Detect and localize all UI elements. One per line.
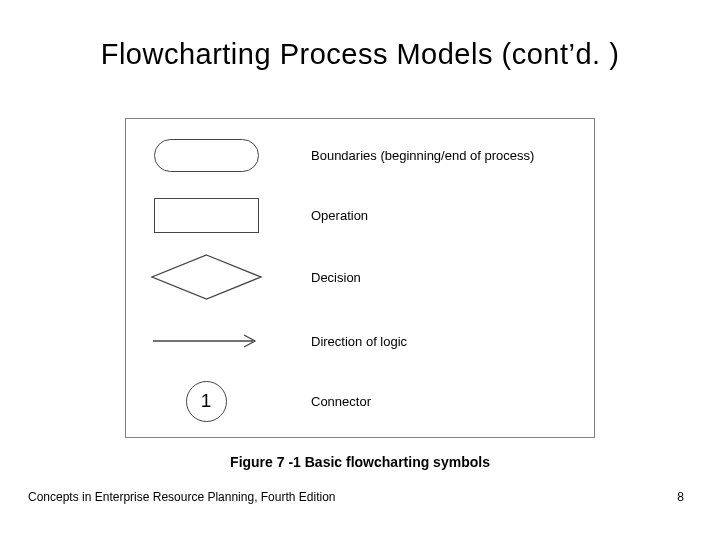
terminator-shape-icon <box>154 139 259 172</box>
shape-cell <box>126 125 286 185</box>
symbol-row-terminator: Boundaries (beginning/end of process) <box>126 125 594 185</box>
slide-title: Flowcharting Process Models (cont’d. ) <box>0 38 720 71</box>
operation-shape-icon <box>154 198 259 233</box>
svg-marker-0 <box>152 255 261 299</box>
terminator-label: Boundaries (beginning/end of process) <box>311 125 534 185</box>
decision-shape-icon <box>149 253 264 301</box>
symbol-row-decision: Decision <box>126 247 594 307</box>
shape-cell <box>126 311 286 371</box>
connector-shape-icon: 1 <box>186 381 227 422</box>
decision-label: Decision <box>311 247 361 307</box>
arrow-label: Direction of logic <box>311 311 407 371</box>
connector-label: Connector <box>311 371 371 431</box>
footer-source: Concepts in Enterprise Resource Planning… <box>28 490 336 504</box>
footer-page-number: 8 <box>677 490 684 504</box>
figure-box: Boundaries (beginning/end of process) Op… <box>125 118 595 438</box>
arrow-icon <box>149 331 264 351</box>
connector-text: 1 <box>201 390 212 412</box>
symbol-row-arrow: Direction of logic <box>126 311 594 371</box>
figure-caption: Figure 7 -1 Basic flowcharting symbols <box>0 454 720 470</box>
symbol-row-operation: Operation <box>126 185 594 245</box>
shape-cell <box>126 185 286 245</box>
shape-cell <box>126 247 286 307</box>
operation-label: Operation <box>311 185 368 245</box>
shape-cell: 1 <box>126 371 286 431</box>
symbol-row-connector: 1 Connector <box>126 371 594 431</box>
